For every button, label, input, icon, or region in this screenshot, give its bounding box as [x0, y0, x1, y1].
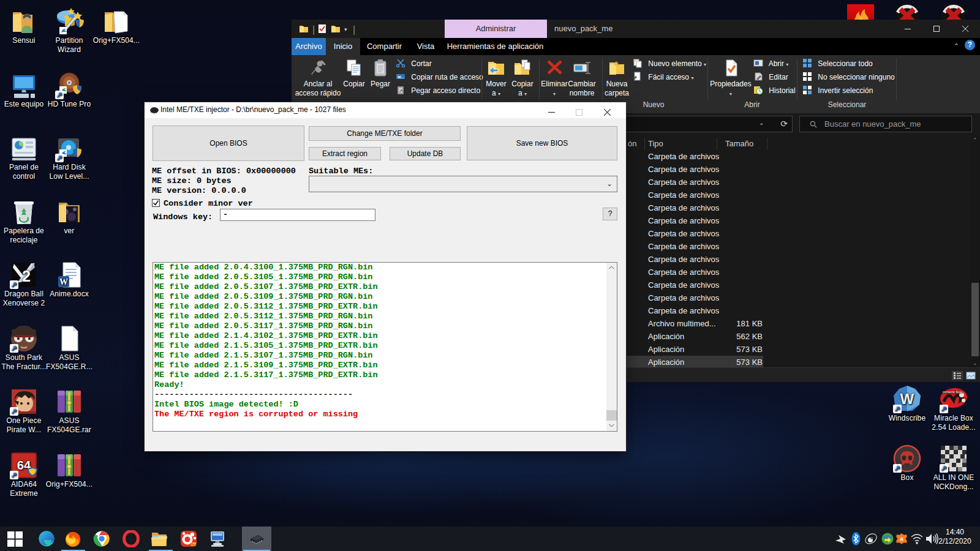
svg-text:2: 2 — [22, 268, 31, 285]
svg-text:Plus: Plus — [190, 543, 197, 546]
svg-text:W: W — [900, 391, 914, 407]
svg-text:W: W — [59, 277, 68, 287]
svg-text:W...: W... — [398, 75, 404, 79]
svg-text:miracle box: miracle box — [943, 390, 962, 394]
